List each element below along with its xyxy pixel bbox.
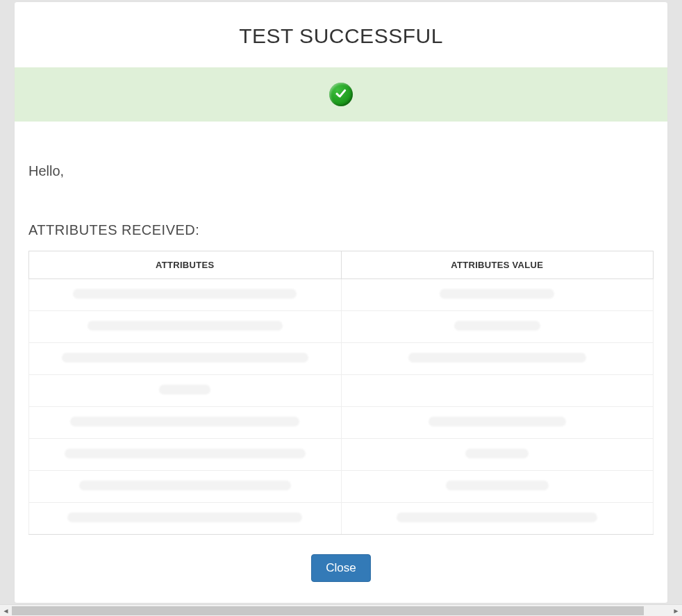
col-header-attributes: ATTRIBUTES (29, 251, 342, 279)
close-button[interactable]: Close (311, 554, 370, 582)
table-row (29, 439, 654, 471)
col-header-values: ATTRIBUTES VALUE (341, 251, 654, 279)
greeting-text: Hello, (28, 163, 654, 179)
check-circle-icon (329, 83, 353, 106)
attributes-tbody (29, 279, 654, 535)
page-title: TEST SUCCESSFUL (15, 2, 667, 67)
attributes-heading: ATTRIBUTES RECEIVED: (28, 222, 654, 238)
panel-body: Hello, ATTRIBUTES RECEIVED: ATTRIBUTES A… (15, 122, 667, 582)
table-row (29, 279, 654, 311)
table-row (29, 375, 654, 407)
success-banner (15, 67, 667, 122)
dialog-scroll-area[interactable]: TEST SUCCESSFUL Hello, ATTRIBUTES RECEIV… (0, 0, 682, 616)
scroll-left-arrow-icon[interactable]: ◄ (0, 605, 12, 617)
horizontal-scrollbar[interactable]: ◄ ► (0, 604, 682, 616)
table-row (29, 311, 654, 343)
button-row: Close (28, 554, 654, 582)
table-row (29, 407, 654, 439)
table-row (29, 343, 654, 375)
table-row (29, 503, 654, 535)
scrollbar-track[interactable] (12, 605, 670, 616)
attributes-table: ATTRIBUTES ATTRIBUTES VALUE (28, 251, 654, 535)
scrollbar-thumb[interactable] (12, 606, 644, 615)
table-row (29, 471, 654, 503)
scroll-right-arrow-icon[interactable]: ► (670, 605, 682, 617)
result-panel: TEST SUCCESSFUL Hello, ATTRIBUTES RECEIV… (14, 1, 668, 603)
